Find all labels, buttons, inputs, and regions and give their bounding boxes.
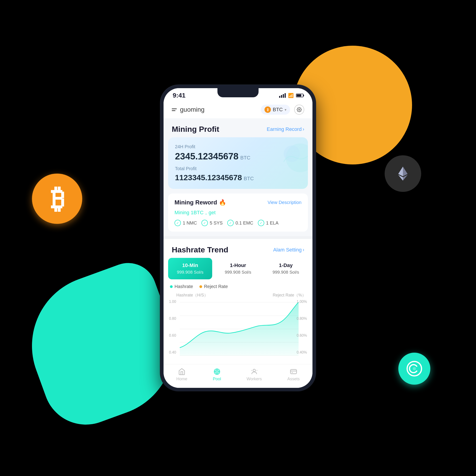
y-axis-right-title: Reject Rate（%） xyxy=(273,292,306,299)
nav-home-label: Home xyxy=(176,377,187,381)
wifi-icon: 📶 xyxy=(288,93,294,98)
total-profit-value: 1123345.12345678 xyxy=(175,173,242,182)
legend-reject-rate: Reject Rate xyxy=(199,284,228,289)
earning-record-chevron: › xyxy=(303,126,304,132)
assets-icon xyxy=(290,368,297,375)
nav-workers-label: Workers xyxy=(247,377,262,381)
alarm-setting-link[interactable]: Alam Setting › xyxy=(273,247,304,253)
hashrate-1day-label: 1-Day xyxy=(266,262,306,268)
workers-icon xyxy=(251,368,258,375)
chart-legend: Hashrate Reject Rate xyxy=(164,284,312,292)
reward-title: Mining Reword 🔥 xyxy=(174,199,226,206)
reward-item-2-value: 0.1 EMC xyxy=(236,221,253,226)
reward-check-icon-3: ✓ xyxy=(258,220,264,226)
header-left: guoming xyxy=(172,106,204,113)
alarm-setting-label: Alam Setting xyxy=(273,247,302,253)
battery-tip xyxy=(303,95,304,96)
reject-rate-legend-dot xyxy=(199,285,202,288)
header-right: ₿ BTC ▾ xyxy=(261,105,304,115)
reject-rate-legend-label: Reject Rate xyxy=(204,284,228,289)
menu-icon[interactable] xyxy=(172,108,177,111)
hashrate-10min-label: 10-Min xyxy=(170,262,210,268)
menu-line-2 xyxy=(172,110,175,111)
currency-selector[interactable]: ₿ BTC ▾ xyxy=(261,105,290,115)
reward-subtitle: Mining 1BTC，get xyxy=(174,209,302,216)
section-divider xyxy=(164,236,312,239)
hashrate-legend-label: Hashrate xyxy=(174,284,193,289)
reward-items: ✓ 1 NMC ✓ 5 SYS ✓ 0.1 EMC ✓ xyxy=(174,220,302,226)
mining-profit-title: Mining Profit xyxy=(172,125,219,134)
y-left-0.80: 0.80 xyxy=(169,317,176,321)
reward-header: Mining Reword 🔥 View Description xyxy=(174,199,302,206)
chart-y-labels-right: 1.00% 0.80% 0.60% 0.40% xyxy=(297,300,307,355)
y-right-0.80: 0.80% xyxy=(297,317,307,321)
y-right-0.40: 0.40% xyxy=(297,350,307,355)
signal-bar-4 xyxy=(285,93,286,98)
alarm-setting-chevron: › xyxy=(303,247,304,253)
pool-icon xyxy=(213,368,221,375)
chart-axis-title-row: Hashrate（H/S） Reject Rate（%） xyxy=(164,292,312,299)
hashrate-card-1day[interactable]: 1-Day 999.908 Sol/s xyxy=(264,258,308,279)
profit-24h-currency: BTC xyxy=(240,155,250,161)
reward-check-icon-1: ✓ xyxy=(202,220,208,226)
bitcoin-symbol: ₿ xyxy=(51,183,65,215)
phone-screen: 9:41 📶 xyxy=(164,88,312,388)
y-left-0.60: 0.60 xyxy=(169,334,176,338)
btc-icon: ₿ xyxy=(265,106,271,113)
bottom-nav: Home Pool xyxy=(164,364,312,388)
view-description-link[interactable]: View Description xyxy=(268,200,302,205)
ethereum-coin xyxy=(385,155,421,192)
mining-reward-section: Mining Reword 🔥 View Description Mining … xyxy=(168,193,308,232)
c-icon xyxy=(406,361,422,377)
nav-pool[interactable]: Pool xyxy=(213,368,221,381)
notch xyxy=(218,88,258,97)
hashrate-chart xyxy=(168,300,308,364)
total-profit-currency: BTC xyxy=(244,176,254,182)
hashrate-card-1hour[interactable]: 1-Hour 999.908 Sol/s xyxy=(216,258,260,279)
earning-record-link[interactable]: Earning Record › xyxy=(267,126,304,132)
reward-item-3-value: 1 ELA xyxy=(266,221,278,226)
reward-item-3: ✓ 1 ELA xyxy=(258,220,278,226)
profit-card-bg-icon xyxy=(271,139,308,176)
chart-y-labels-left: 1.00 0.80 0.60 0.40 xyxy=(169,300,176,355)
hashrate-card-10min[interactable]: 10-Min 999.908 Sol/s xyxy=(168,258,212,279)
home-icon xyxy=(178,368,186,375)
reward-item-2: ✓ 0.1 EMC xyxy=(227,220,253,226)
bitcoin-coin: ₿ xyxy=(32,174,82,224)
scroll-content[interactable]: Mining Profit Earning Record › 24H Profi… xyxy=(164,118,312,364)
nav-assets[interactable]: Assets xyxy=(287,368,300,381)
y-left-0.40: 0.40 xyxy=(169,350,176,355)
y-right-1.00: 1.00% xyxy=(297,300,307,304)
profit-card: 24H Profit 2345.12345678 BTC Total Profi… xyxy=(168,137,308,189)
currency-label: BTC xyxy=(273,107,283,113)
nav-home[interactable]: Home xyxy=(176,368,187,381)
y-right-0.60: 0.60% xyxy=(297,334,307,338)
legend-hashrate: Hashrate xyxy=(170,284,193,289)
hashrate-1hour-value: 999.908 Sol/s xyxy=(218,270,258,275)
signal-bar-2 xyxy=(281,95,282,98)
hashrate-1hour-label: 1-Hour xyxy=(218,262,258,268)
c-coin xyxy=(398,353,430,385)
chart-container: 1.00 0.80 0.60 0.40 1.00% 0.80% 0.60% 0.… xyxy=(164,300,312,364)
svg-point-17 xyxy=(253,369,255,372)
hashrate-section: Hashrate Trend Alam Setting › 10-Min 999… xyxy=(164,239,312,364)
hashrate-legend-dot xyxy=(170,285,173,288)
nav-workers[interactable]: Workers xyxy=(247,368,262,381)
hashrate-header: Hashrate Trend Alam Setting › xyxy=(164,239,312,258)
reward-item-0: ✓ 1 NMC xyxy=(174,220,197,226)
hashrate-cards: 10-Min 999.908 Sol/s 1-Hour 999.908 Sol/… xyxy=(164,258,312,284)
ethereum-icon xyxy=(395,166,411,182)
battery-icon xyxy=(296,94,303,97)
y-axis-left-title: Hashrate（H/S） xyxy=(170,292,208,299)
menu-line-1 xyxy=(172,108,177,109)
svg-rect-18 xyxy=(290,370,297,374)
svg-point-2 xyxy=(299,109,300,110)
svg-point-1 xyxy=(413,367,416,370)
settings-button[interactable] xyxy=(294,105,304,115)
reward-check-icon: ✓ xyxy=(174,220,181,226)
status-time: 9:41 xyxy=(173,92,186,99)
phone-frame: 9:41 📶 xyxy=(160,85,316,391)
hashrate-title: Hashrate Trend xyxy=(172,245,228,254)
status-icons: 📶 xyxy=(279,93,303,98)
hashrate-1day-value: 999.908 Sol/s xyxy=(266,270,306,275)
